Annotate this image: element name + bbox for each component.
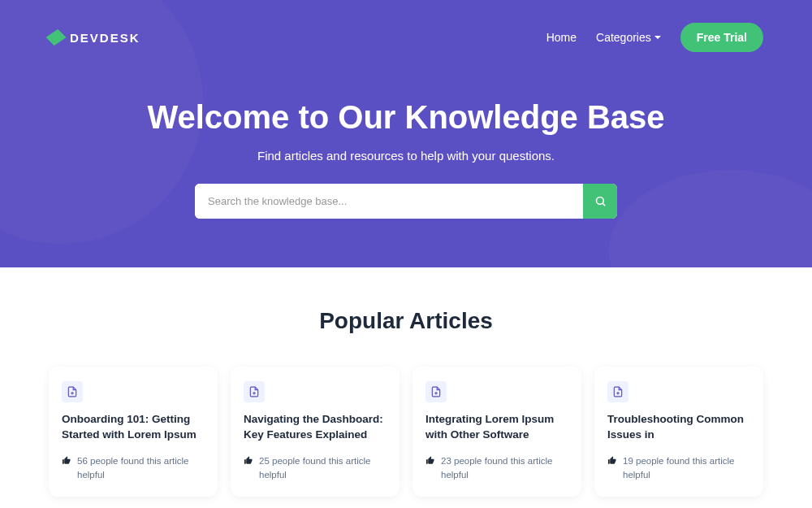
file-icon [607, 381, 628, 402]
search-bar [195, 184, 617, 219]
article-title: Integrating Lorem Ipsum with Other Softw… [425, 412, 568, 443]
search-input[interactable] [195, 184, 583, 219]
hero-content: Welcome to Our Knowledge Base Find artic… [49, 99, 763, 219]
article-card[interactable]: Integrating Lorem Ipsum with Other Softw… [412, 367, 581, 497]
search-button[interactable] [583, 184, 617, 219]
article-cards: Onboarding 101: Getting Started with Lor… [49, 367, 763, 497]
article-meta-text: 19 people found this article helpful [623, 454, 750, 483]
article-meta: 56 people found this article helpful [62, 454, 205, 483]
article-card[interactable]: Onboarding 101: Getting Started with Lor… [49, 367, 218, 497]
article-card[interactable]: Troubleshooting Common Issues in 19 peop… [594, 367, 763, 497]
article-card[interactable]: Navigating the Dashboard: Key Features E… [231, 367, 400, 497]
article-title: Troubleshooting Common Issues in [607, 412, 750, 443]
page-title: Welcome to Our Knowledge Base [49, 99, 763, 136]
svg-line-1 [603, 203, 605, 206]
popular-section: Popular Articles Onboarding 101: Getting… [0, 267, 812, 508]
nav-categories[interactable]: Categories [596, 31, 661, 44]
thumbs-up-icon [607, 456, 616, 465]
article-meta: 25 people found this article helpful [244, 454, 387, 483]
hero: DEVDESK Home Categories Free Trial Welco… [0, 0, 812, 267]
file-icon [62, 381, 83, 402]
thumbs-up-icon [62, 456, 71, 465]
file-icon [244, 381, 265, 402]
article-meta: 19 people found this article helpful [607, 454, 750, 483]
brand-text: DEVDESK [70, 31, 140, 45]
popular-heading: Popular Articles [49, 308, 763, 334]
thumbs-up-icon [244, 456, 253, 465]
article-title: Onboarding 101: Getting Started with Lor… [62, 412, 205, 443]
logo-icon [45, 27, 66, 47]
navbar: DEVDESK Home Categories Free Trial [49, 16, 763, 59]
nav-categories-label: Categories [596, 31, 651, 44]
search-icon [594, 195, 607, 207]
chevron-down-icon [654, 36, 661, 39]
nav-links: Home Categories Free Trial [546, 23, 763, 52]
thumbs-up-icon [425, 456, 434, 465]
brand[interactable]: DEVDESK [49, 30, 140, 45]
nav-home[interactable]: Home [546, 31, 577, 44]
article-title: Navigating the Dashboard: Key Features E… [244, 412, 387, 443]
article-meta-text: 56 people found this article helpful [77, 454, 205, 483]
free-trial-button[interactable]: Free Trial [680, 23, 763, 52]
article-meta-text: 25 people found this article helpful [259, 454, 387, 483]
svg-point-0 [596, 198, 603, 205]
article-meta: 23 people found this article helpful [425, 454, 568, 483]
file-icon [425, 381, 447, 402]
page-subtitle: Find articles and resources to help with… [49, 149, 763, 163]
article-meta-text: 23 people found this article helpful [441, 454, 568, 483]
